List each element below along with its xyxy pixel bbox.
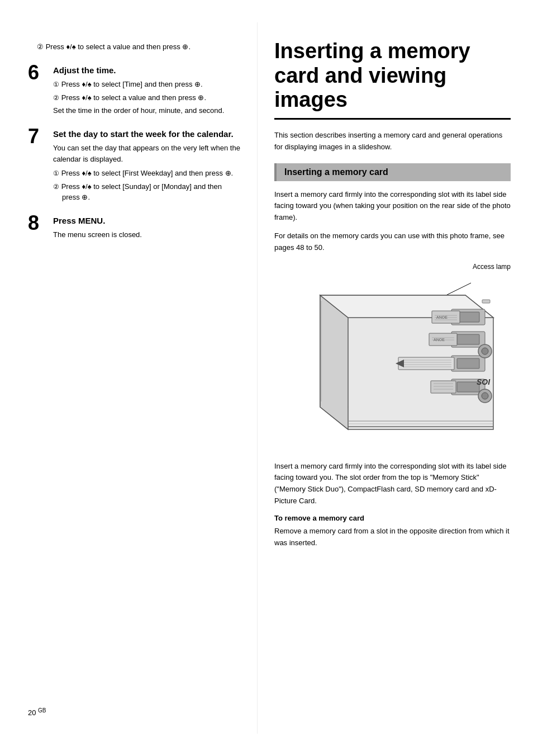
page: ② Press ♦/♠ to select a value and then p… [0,0,533,756]
right-column: Inserting a memory card and viewing imag… [257,22,533,734]
step-8-content: Press MENU. The menu screen is closed. [53,215,240,240]
step-7-sub1: ① Press ♦/♠ to select [First Weekday] an… [53,168,240,179]
pre-step-item: ② Press ♦/♠ to select a value and then p… [28,41,240,53]
svg-text:SOI: SOI [477,377,491,386]
svg-rect-26 [457,382,479,392]
page-locale: GB [38,707,46,714]
step-6-sub2-text: Press ♦/♠ to select a value and then pre… [61,93,206,102]
body-paragraph-1: Insert a memory card firmly into the cor… [274,189,511,224]
step-7: 7 Set the day to start the week for the … [28,129,240,203]
pre-step-circle: ② [37,42,44,51]
step-6-sub2: ② Press ♦/♠ to select a value and then p… [53,92,240,103]
svg-point-32 [482,348,488,355]
body-paragraph-3: Insert a memory card firmly into the cor… [274,461,511,507]
subsection-header: Inserting a memory card [274,163,511,181]
step-7-body: You can set the day that appears on the … [53,143,240,164]
step-6-note: Set the time in the order of hour, minut… [53,105,240,116]
svg-text:ANOE: ANOE [436,315,448,319]
page-number: 20 [28,708,36,717]
step-8-number: 8 [28,213,53,233]
step-8: 8 Press MENU. The menu screen is closed. [28,215,240,240]
step-8-title: Press MENU. [53,215,240,226]
remove-body: Remove a memory card from a slot in the … [274,526,511,549]
left-column: ② Press ♦/♠ to select a value and then p… [0,22,257,734]
step-6-sub1-text: Press ♦/♠ to select [Time] and then pres… [61,80,203,88]
svg-rect-12 [457,334,479,344]
step-6-number: 6 [28,63,53,83]
diagram-label: Access lamp [274,263,511,271]
step-7-number: 7 [28,126,53,147]
pre-step-sub: ② Press ♦/♠ to select a value and then p… [37,41,240,53]
section-intro: This section describes inserting a memor… [274,130,511,153]
svg-text:ANOE: ANOE [434,338,445,342]
step-7-sub1-circle: ① [53,169,59,177]
pre-step-text: Press ♦/♠ to select a value and then pre… [46,42,191,51]
step-6-sub1: ① Press ♦/♠ to select [Time] and then pr… [53,79,240,90]
step-7-sub2-circle: ② [53,183,59,191]
memory-card-diagram: ANOE ANOE [287,273,499,452]
step-6: 6 Adjust the time. ① Press ♦/♠ to select… [28,65,240,116]
page-footer: 20 GB [28,707,46,717]
step-8-body: The menu screen is closed. [53,229,240,240]
svg-rect-18 [457,358,479,368]
step-6-content: Adjust the time. ① Press ♦/♠ to select [… [53,65,240,116]
svg-rect-40 [482,300,490,303]
step-7-title: Set the day to start the week for the ca… [53,129,240,140]
step-6-sub2-circle: ② [53,94,59,102]
step-7-sub2: ② Press ♦/♠ to select [Sunday] or [Monda… [53,181,240,203]
diagram-area: Access lamp [274,263,511,452]
svg-rect-27 [431,381,456,393]
step-7-content: Set the day to start the week for the ca… [53,129,240,203]
step-6-title: Adjust the time. [53,65,240,76]
svg-point-34 [482,393,488,399]
main-title: Inserting a memory card and viewing imag… [274,39,511,120]
remove-heading: To remove a memory card [274,514,511,522]
svg-rect-19 [398,357,454,370]
step-7-sub1-text: Press ♦/♠ to select [First Weekday] and … [61,169,234,177]
step-7-sub2-text: Press ♦/♠ to select [Sunday] or [Monday]… [61,182,222,202]
svg-rect-5 [457,312,479,322]
body-paragraph-2: For details on the memory cards you can … [274,230,511,254]
step-6-sub1-circle: ① [53,81,59,88]
svg-marker-2 [320,295,348,429]
